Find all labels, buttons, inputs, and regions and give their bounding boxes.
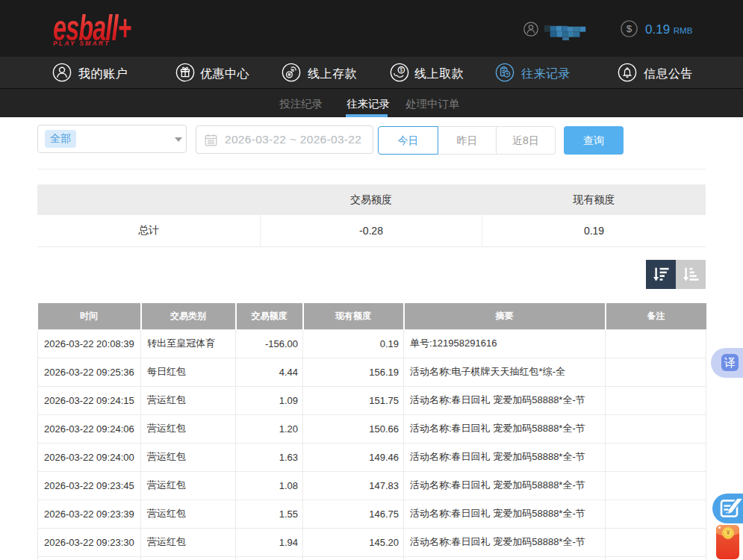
svg-text:$: $ [627,23,632,34]
svg-text:$: $ [400,67,403,72]
